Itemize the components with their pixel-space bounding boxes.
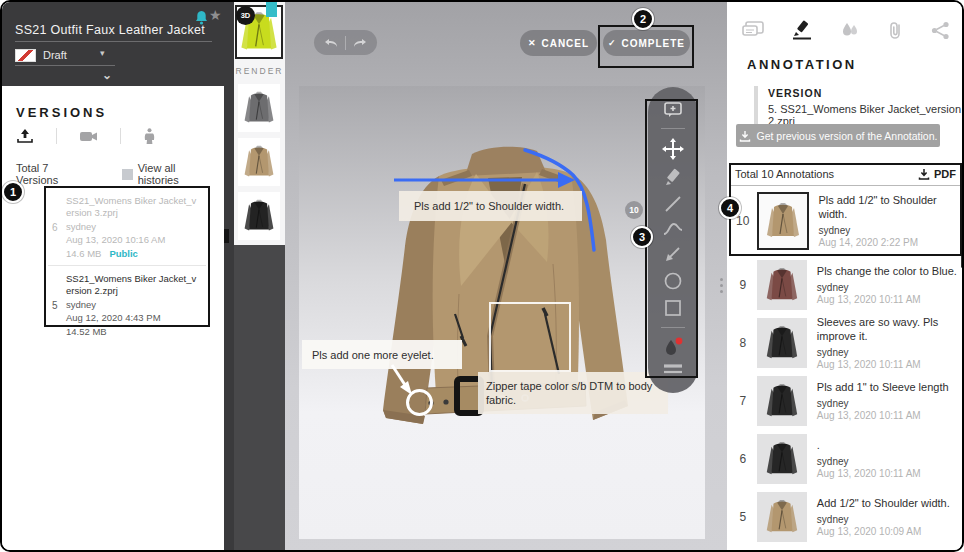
view-all-checkbox[interactable]	[122, 169, 132, 180]
note-shoulder[interactable]: Pls add 1/2" to Shoulder width.	[399, 191, 582, 221]
callout-3: 3	[631, 226, 653, 248]
annotation-item[interactable]: 5 Add 1/2" to Shoulder width. sydney Aug…	[729, 488, 962, 546]
project-panel: ★ SS21 Outfit Faux Leather Jacket Draft …	[2, 2, 224, 552]
version-size: 14.52 MB	[66, 326, 107, 337]
render-thumbnail-tan[interactable]	[238, 138, 280, 186]
callout-4: 4	[719, 197, 741, 219]
thickness-tool-icon[interactable]	[662, 364, 684, 380]
annotation-item[interactable]: 8 Sleeves are so wavy. Pls improve it. s…	[729, 314, 962, 372]
cancel-button[interactable]: ✕ CANCEL	[520, 30, 597, 56]
annotation-comment: .	[817, 439, 962, 453]
redo-icon[interactable]	[352, 37, 368, 49]
upload-version-icon[interactable]	[16, 128, 34, 144]
attachment-tab-icon[interactable]	[886, 20, 904, 40]
status-caret-icon[interactable]: ▾	[100, 48, 105, 58]
get-previous-version-button[interactable]: Get previous version of the Annotation.	[736, 124, 940, 147]
complete-button[interactable]: ✓ COMPLETE	[603, 30, 690, 56]
colorway-tab-icon[interactable]	[840, 21, 860, 39]
versions-heading: VERSIONS	[16, 105, 107, 120]
undo-redo-group	[314, 30, 377, 55]
callout-1: 1	[2, 181, 24, 203]
note-eyelet[interactable]: Pls add one more eyelet.	[302, 340, 462, 369]
annotation-date: Aug 13, 2020 10:11 AM	[817, 468, 962, 479]
version-filename: SS21_Womens Biker Jacket_version 3.zprj	[54, 195, 200, 219]
annotation-number: 8	[729, 336, 757, 350]
status-dropdown[interactable]: Draft	[43, 49, 67, 61]
star-icon[interactable]: ★	[209, 7, 222, 23]
divider	[345, 36, 346, 50]
annotation-number: 5	[729, 510, 757, 524]
annotation-comment: Pls add 1/2" to Shoulder width.	[819, 194, 962, 222]
panel-resize-handle[interactable]	[719, 278, 723, 293]
color-tool-icon[interactable]	[662, 337, 684, 357]
version-item[interactable]: SS21_Womens Biker Jacket_version 3.zprj …	[46, 188, 208, 265]
render-section-label: RENDER	[234, 66, 285, 76]
annotation-comment: Add 1/2" to Shoulder width.	[817, 497, 962, 511]
download-icon	[739, 130, 751, 142]
annotation-author: sydney	[817, 514, 962, 525]
share-tab-icon[interactable]	[931, 21, 950, 40]
annotation-author: sydney	[817, 347, 962, 358]
version-author: sydney	[54, 221, 200, 232]
video-capture-icon[interactable]	[79, 130, 98, 143]
annotate-tab-icon[interactable]	[791, 20, 813, 40]
annotation-comment: Pls add 1" to Sleeve length	[817, 381, 962, 395]
arrow-tool-icon[interactable]	[663, 244, 683, 264]
status-flag-icon	[15, 49, 36, 62]
annotation-author: sydney	[817, 456, 962, 467]
eyelet-circle	[406, 389, 433, 416]
version-date: Aug 12, 2020 4:43 PM	[54, 312, 200, 323]
version-list: SS21_Womens Biker Jacket_version 3.zprj …	[44, 186, 210, 327]
annotation-date: Aug 13, 2020 10:09 AM	[817, 526, 962, 537]
callout-2: 2	[632, 8, 654, 30]
annotation-comment: Sleeves are so wavy. Pls improve it.	[817, 316, 962, 344]
version-heading: VERSION	[768, 87, 822, 99]
add-annotation-icon[interactable]	[663, 101, 683, 119]
note-zipper[interactable]: Zipper tape color s/b DTM to body fabric…	[478, 372, 668, 414]
annotation-thumbnail	[757, 318, 807, 368]
cancel-label: CANCEL	[541, 38, 589, 49]
render-thumbnail-gray[interactable]	[238, 84, 280, 132]
project-header	[2, 2, 224, 86]
divider	[56, 128, 57, 144]
move-tool-icon[interactable]	[662, 138, 684, 160]
annotation-date: Aug 13, 2020 10:11 AM	[817, 410, 962, 421]
line-tool-icon[interactable]	[663, 194, 683, 214]
ellipse-tool-icon[interactable]	[663, 271, 683, 291]
selected-tab-marker	[266, 2, 277, 17]
annotation-number: 6	[729, 452, 757, 466]
annotation-author: sydney	[817, 282, 962, 293]
version-number: 5	[52, 300, 58, 311]
annotation-list-header: Total 10 Annotations PDF	[729, 163, 962, 186]
annotation-item[interactable]: 10 Pls add 1/2" to Shoulder width. sydne…	[729, 186, 962, 256]
strip-divider	[224, 2, 234, 552]
render-thumbnail-black[interactable]	[238, 192, 280, 240]
annotation-date: Aug 13, 2020 10:11 AM	[817, 359, 962, 370]
annotation-author: sydney	[817, 398, 962, 409]
annotation-item[interactable]: 6 . sydney Aug 13, 2020 10:11 AM	[729, 430, 962, 488]
zipper-highlight-rect	[489, 302, 571, 372]
annotation-heading: ANNOTATION	[747, 57, 857, 72]
annotation-item[interactable]: 7 Pls add 1" to Sleeve length sydney Aug…	[729, 372, 962, 430]
annotation-thumbnail	[757, 260, 807, 310]
status-underline	[15, 65, 115, 66]
annotation-number: 9	[729, 278, 757, 292]
versions-toolbar	[16, 126, 210, 146]
annotation-toolbar	[648, 87, 698, 393]
annotation-comment: Pls change the color to Blue.	[817, 265, 962, 279]
versions-total-row: Total 7 Versions View all histories	[16, 162, 214, 186]
annotation-item[interactable]: 9 Pls change the color to Blue. sydney A…	[729, 256, 962, 314]
comment-tab-icon[interactable]	[742, 21, 764, 39]
version-visibility[interactable]: Public	[109, 248, 138, 259]
curve-tool-icon[interactable]	[662, 221, 684, 237]
pen-tool-icon[interactable]	[663, 167, 683, 187]
versions-total: Total 7 Versions	[16, 162, 88, 186]
annotation-total: Total 10 Annotations	[735, 168, 834, 180]
collapse-chevron-icon[interactable]: ⌄	[102, 68, 112, 82]
download-icon	[918, 168, 930, 180]
rectangle-tool-icon[interactable]	[663, 298, 683, 318]
pdf-export-button[interactable]: PDF	[918, 168, 956, 180]
version-item[interactable]: SS21_Womens Biker Jacket_version 2.zprj …	[46, 266, 208, 343]
undo-icon[interactable]	[323, 37, 339, 49]
avatar-snapshot-icon[interactable]	[143, 128, 156, 145]
